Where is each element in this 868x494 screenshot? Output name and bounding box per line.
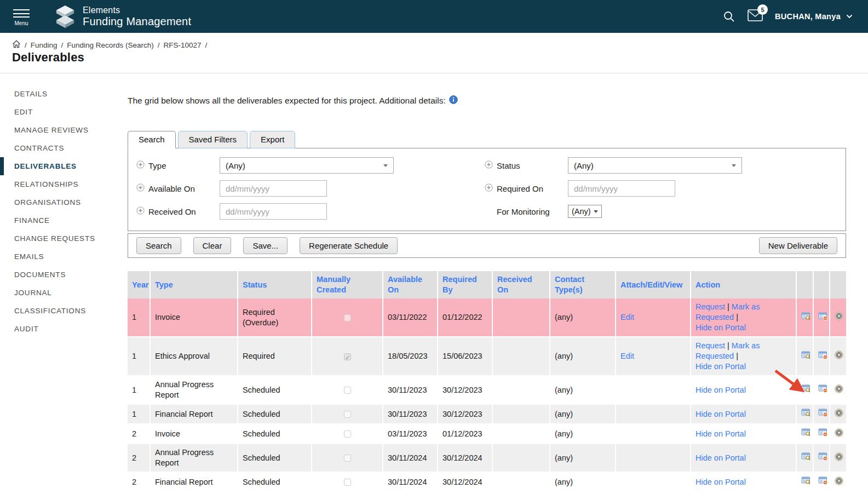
history-icon[interactable] xyxy=(835,312,843,320)
user-menu[interactable]: BUCHAN, Manya xyxy=(775,12,853,21)
manually-created-checkbox[interactable] xyxy=(344,314,351,321)
remove-from-portal-icon[interactable] xyxy=(818,384,828,393)
add-criteria-icon[interactable] xyxy=(485,160,497,171)
manually-created-checkbox[interactable] xyxy=(344,455,351,462)
open-record-icon[interactable] xyxy=(801,384,811,393)
search-button[interactable]: Search xyxy=(136,237,181,254)
edit-link[interactable]: Edit xyxy=(620,352,634,360)
menu-button[interactable]: Menu xyxy=(13,7,30,26)
column-header-contact-type-s[interactable]: Contact Type(s) xyxy=(550,271,616,298)
sidebar-item-change-requests[interactable]: CHANGE REQUESTS xyxy=(0,229,128,248)
cell-action: Hide on Portal xyxy=(691,424,797,444)
sidebar-item-details[interactable]: DETAILS xyxy=(0,85,128,103)
cell-open-record-icon xyxy=(797,473,814,492)
open-record-icon[interactable] xyxy=(801,351,811,360)
open-record-icon[interactable] xyxy=(801,476,811,485)
for-monitoring-select[interactable]: (Any) xyxy=(568,205,602,218)
add-criteria-icon[interactable] xyxy=(136,183,148,194)
action-link-hide-on-portal[interactable]: Hide on Portal xyxy=(695,410,746,418)
cell-remove-from-portal-icon xyxy=(814,337,830,376)
add-criteria-icon[interactable] xyxy=(485,183,497,194)
sidebar-item-manage-reviews[interactable]: MANAGE REVIEWS xyxy=(0,121,128,139)
mail-button[interactable]: 5 xyxy=(748,9,763,24)
remove-from-portal-icon[interactable] xyxy=(818,476,828,485)
tab-export[interactable]: Export xyxy=(250,131,295,148)
table-header-row: YearTypeStatusManually CreatedAvailable … xyxy=(128,271,846,298)
received-on-input[interactable] xyxy=(220,203,327,220)
available-on-input[interactable] xyxy=(220,180,327,197)
sidebar-item-edit[interactable]: EDIT xyxy=(0,103,128,121)
cell-available-on: 03/11/2023 xyxy=(383,424,438,444)
sidebar-item-contracts[interactable]: CONTRACTS xyxy=(0,139,128,157)
column-header-action[interactable]: Action xyxy=(691,271,797,298)
manually-created-checkbox[interactable] xyxy=(344,411,351,418)
action-link-hide-on-portal[interactable]: Hide on Portal xyxy=(695,478,746,486)
history-icon[interactable] xyxy=(835,351,843,359)
history-icon[interactable] xyxy=(835,452,843,461)
remove-from-portal-icon[interactable] xyxy=(818,408,828,417)
manually-created-checkbox[interactable] xyxy=(344,479,351,486)
history-icon[interactable] xyxy=(835,476,843,485)
column-header-received-on[interactable]: Received On xyxy=(493,271,550,298)
history-icon[interactable] xyxy=(835,384,843,393)
action-link-request[interactable]: Request xyxy=(695,341,725,350)
action-link-hide-on-portal[interactable]: Hide on Portal xyxy=(695,386,746,394)
status-select[interactable]: (Any) xyxy=(568,157,742,174)
required-on-input[interactable] xyxy=(568,180,675,197)
column-header-year[interactable]: Year xyxy=(128,271,151,298)
clear-button[interactable]: Clear xyxy=(193,237,232,254)
open-record-icon[interactable] xyxy=(801,312,811,321)
remove-from-portal-icon[interactable] xyxy=(818,312,828,321)
tab-search[interactable]: Search xyxy=(128,131,176,148)
add-criteria-icon[interactable] xyxy=(136,206,148,217)
remove-from-portal-icon[interactable] xyxy=(818,428,828,437)
column-header-required-by[interactable]: Required By xyxy=(438,271,493,298)
open-record-icon[interactable] xyxy=(801,452,811,461)
breadcrumb-link-funding-records-search[interactable]: Funding Records (Search) xyxy=(67,41,153,49)
sidebar-item-organisations[interactable]: ORGANISATIONS xyxy=(0,193,128,211)
manually-created-checkbox[interactable] xyxy=(344,387,351,394)
action-link-hide-on-portal[interactable]: Hide on Portal xyxy=(695,453,746,462)
remove-from-portal-icon[interactable] xyxy=(818,351,828,360)
tab-saved-filters[interactable]: Saved Filters xyxy=(178,131,248,148)
new-deliverable-button[interactable]: New Deliverable xyxy=(759,237,837,254)
action-link-request[interactable]: Request xyxy=(695,302,725,311)
column-header-type[interactable]: Type xyxy=(151,271,238,298)
cell-available-on: 18/05/2023 xyxy=(383,337,438,376)
cell-history-icon xyxy=(830,337,846,376)
save-button[interactable]: Save... xyxy=(243,237,288,254)
remove-from-portal-icon[interactable] xyxy=(818,452,828,461)
manually-created-checkbox[interactable] xyxy=(344,353,351,360)
manually-created-checkbox[interactable] xyxy=(344,430,351,438)
breadcrumb-link-funding[interactable]: Funding xyxy=(31,41,58,49)
sidebar-item-classifications[interactable]: CLASSIFICATIONS xyxy=(0,302,128,320)
open-record-icon[interactable] xyxy=(801,408,811,417)
breadcrumb-link-rfs-10027[interactable]: RFS-10027 xyxy=(163,41,201,49)
sidebar-item-journal[interactable]: JOURNAL xyxy=(0,284,128,302)
sidebar-item-documents[interactable]: DOCUMENTS xyxy=(0,266,128,284)
column-header-status[interactable]: Status xyxy=(238,271,312,298)
search-icon[interactable] xyxy=(722,10,735,23)
info-icon[interactable] xyxy=(449,95,458,106)
sidebar-item-deliverables[interactable]: DELIVERABLES xyxy=(0,157,128,175)
open-record-icon[interactable] xyxy=(801,428,811,437)
edit-link[interactable]: Edit xyxy=(620,313,634,321)
history-icon[interactable] xyxy=(835,428,843,437)
history-icon[interactable] xyxy=(835,409,843,417)
action-link-hide-on-portal[interactable]: Hide on Portal xyxy=(695,323,791,333)
add-criteria-icon[interactable] xyxy=(136,160,148,171)
action-link-hide-on-portal[interactable]: Hide on Portal xyxy=(695,429,746,438)
sidebar-item-relationships[interactable]: RELATIONSHIPS xyxy=(0,175,128,193)
action-link-hide-on-portal[interactable]: Hide on Portal xyxy=(695,361,791,372)
column-header-attach-edit-view[interactable]: Attach/Edit/View xyxy=(616,271,691,298)
app-logo[interactable]: Elements Funding Management xyxy=(55,5,191,28)
regenerate-schedule-button[interactable]: Regenerate Schedule xyxy=(300,237,398,254)
column-header-available-on[interactable]: Available On xyxy=(383,271,438,298)
sidebar-item-audit[interactable]: AUDIT xyxy=(0,320,128,338)
sidebar-item-emails[interactable]: EMAILS xyxy=(0,248,128,266)
type-select[interactable]: (Any) xyxy=(220,157,394,174)
home-icon[interactable] xyxy=(12,40,21,50)
column-header-manually-created[interactable]: Manually Created xyxy=(312,271,383,298)
cell-year: 1 xyxy=(128,298,151,337)
sidebar-item-finance[interactable]: FINANCE xyxy=(0,211,128,229)
